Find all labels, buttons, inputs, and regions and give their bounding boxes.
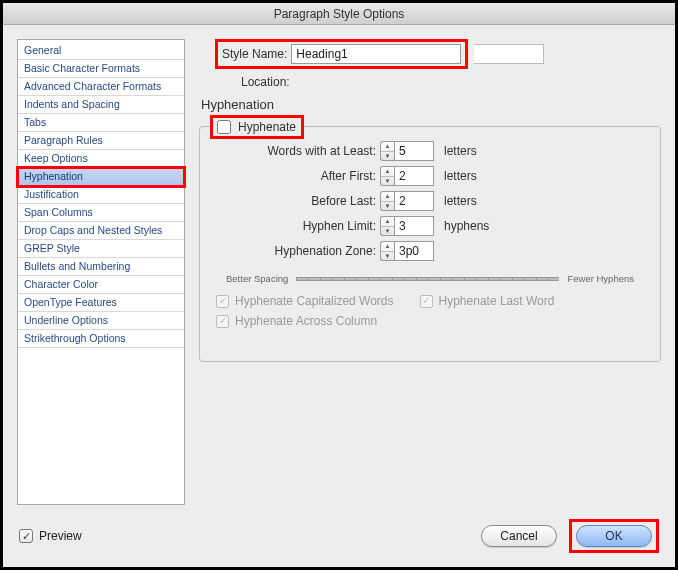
checkbox-checked-icon: ✓ [216,295,229,308]
hyphenation-zone-label: Hyphenation Zone: [220,244,380,258]
dialog-body: General Basic Character Formats Advanced… [3,25,675,567]
words-at-least-stepper[interactable]: ▲▼ [380,141,436,161]
after-first-spin-buttons[interactable]: ▲▼ [380,166,394,186]
hyphenate-options-row2: ✓ Hyphenate Across Column [216,314,646,328]
section-title: Hyphenation [199,97,661,112]
before-last-stepper[interactable]: ▲▼ [380,191,436,211]
location-label: Location: [241,75,290,89]
ok-highlight: OK [569,519,659,553]
hyphenate-checkbox[interactable] [217,120,231,134]
hyphenation-group: Hyphenate Words with at Least: ▲▼ letter… [199,126,661,362]
spin-down-icon[interactable]: ▼ [381,227,394,236]
spin-down-icon[interactable]: ▼ [381,152,394,161]
window-title: Paragraph Style Options [3,3,675,25]
hyphen-limit-stepper[interactable]: ▲▼ [380,216,436,236]
before-last-unit: letters [436,194,516,208]
style-name-row: Style Name: [215,39,661,69]
hyphenate-options-row1: ✓ Hyphenate Capitalized Words ✓ Hyphenat… [216,294,646,308]
sidebar-item-drop-caps[interactable]: Drop Caps and Nested Styles [18,222,184,240]
spin-down-icon[interactable]: ▼ [381,177,394,186]
style-name-field-tail[interactable] [474,44,544,64]
spin-up-icon[interactable]: ▲ [381,242,394,252]
spin-down-icon[interactable]: ▼ [381,252,394,261]
hyphen-limit-spin-buttons[interactable]: ▲▼ [380,216,394,236]
hyphenate-cap-label: Hyphenate Capitalized Words [235,294,394,308]
words-at-least-spin-buttons[interactable]: ▲▼ [380,141,394,161]
spin-down-icon[interactable]: ▼ [381,202,394,211]
hyphenation-zone-stepper[interactable]: ▲▼ [380,241,436,261]
sidebar-item-span-columns[interactable]: Span Columns [18,204,184,222]
sidebar-item-basic-character-formats[interactable]: Basic Character Formats [18,60,184,78]
sidebar-item-tabs[interactable]: Tabs [18,114,184,132]
right-panel: Style Name: Location: Hyphenation Hyphen… [199,39,661,509]
category-sidebar: General Basic Character Formats Advanced… [17,39,185,505]
spin-up-icon[interactable]: ▲ [381,167,394,177]
hyphenation-slider[interactable] [296,277,559,281]
after-first-stepper[interactable]: ▲▼ [380,166,436,186]
hyphenate-legend: Hyphenate [210,115,304,139]
sidebar-item-general[interactable]: General [18,42,184,60]
before-last-spin-buttons[interactable]: ▲▼ [380,191,394,211]
ok-button[interactable]: OK [576,525,652,547]
words-at-least-unit: letters [436,144,516,158]
cancel-button[interactable]: Cancel [481,525,557,547]
hyphenate-across-check[interactable]: ✓ Hyphenate Across Column [216,314,377,328]
after-first-unit: letters [436,169,516,183]
hyphen-limit-label: Hyphen Limit: [220,219,380,233]
dialog-footer: ✓ Preview Cancel OK [3,509,675,567]
preview-label: Preview [39,529,82,543]
sidebar-item-grep-style[interactable]: GREP Style [18,240,184,258]
main-area: General Basic Character Formats Advanced… [3,25,675,509]
sidebar-item-indents-and-spacing[interactable]: Indents and Spacing [18,96,184,114]
sidebar-item-hyphenation[interactable]: Hyphenation [18,168,184,186]
sidebar-item-justification[interactable]: Justification [18,186,184,204]
sidebar-item-paragraph-rules[interactable]: Paragraph Rules [18,132,184,150]
preview-checkbox[interactable]: ✓ Preview [19,529,82,543]
checkbox-checked-icon: ✓ [216,315,229,328]
sidebar-item-advanced-character-formats[interactable]: Advanced Character Formats [18,78,184,96]
style-name-input[interactable] [291,44,461,64]
after-first-input[interactable] [394,166,434,186]
hyphen-limit-input[interactable] [394,216,434,236]
location-row: Location: [241,75,661,89]
sidebar-item-keep-options[interactable]: Keep Options [18,150,184,168]
spin-up-icon[interactable]: ▲ [381,217,394,227]
words-at-least-label: Words with at Least: [220,144,380,158]
spin-up-icon[interactable]: ▲ [381,192,394,202]
hyphenate-last-label: Hyphenate Last Word [439,294,555,308]
after-first-label: After First: [220,169,380,183]
slider-left-label: Better Spacing [226,273,288,284]
hyphenate-label: Hyphenate [238,120,299,134]
hyphenation-zone-input[interactable] [394,241,434,261]
sidebar-item-character-color[interactable]: Character Color [18,276,184,294]
sidebar-item-underline-options[interactable]: Underline Options [18,312,184,330]
before-last-input[interactable] [394,191,434,211]
hyphenation-params: Words with at Least: ▲▼ letters After Fi… [220,141,646,261]
sidebar-item-bullets-numbering[interactable]: Bullets and Numbering [18,258,184,276]
hyphenate-across-label: Hyphenate Across Column [235,314,377,328]
style-name-label: Style Name: [222,47,287,61]
words-at-least-input[interactable] [394,141,434,161]
sidebar-item-opentype-features[interactable]: OpenType Features [18,294,184,312]
checkbox-checked-icon: ✓ [19,529,33,543]
slider-right-label: Fewer Hyphens [567,273,634,284]
hyphenation-slider-row: Better Spacing Fewer Hyphens [226,273,634,284]
before-last-label: Before Last: [220,194,380,208]
sidebar-item-strikethrough-options[interactable]: Strikethrough Options [18,330,184,348]
spin-up-icon[interactable]: ▲ [381,142,394,152]
checkbox-checked-icon: ✓ [420,295,433,308]
dialog-frame: Paragraph Style Options General Basic Ch… [0,0,678,570]
hyphen-limit-unit: hyphens [436,219,516,233]
hyphenation-zone-spin-buttons[interactable]: ▲▼ [380,241,394,261]
hyphenate-last-check[interactable]: ✓ Hyphenate Last Word [420,294,555,308]
hyphenate-cap-check[interactable]: ✓ Hyphenate Capitalized Words [216,294,394,308]
style-name-highlight: Style Name: [215,39,468,69]
